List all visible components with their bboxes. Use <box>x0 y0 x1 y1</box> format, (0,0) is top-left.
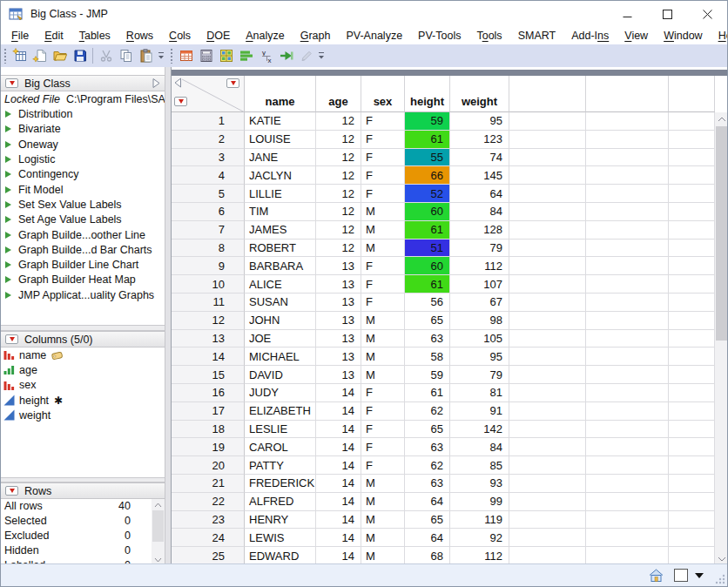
cell-age[interactable]: 12 <box>316 203 361 221</box>
menu-item-view[interactable]: View <box>617 28 656 44</box>
home-window-icon[interactable] <box>648 568 664 583</box>
cell-height[interactable]: 60 <box>405 257 450 275</box>
row-number[interactable]: 15 <box>172 366 245 384</box>
cell-sex[interactable]: F <box>361 166 405 185</box>
cell-sex[interactable]: M <box>361 493 405 511</box>
script-item-set-age-value-labels[interactable]: Set Age Value Labels <box>1 213 165 227</box>
cell-weight[interactable]: 79 <box>450 240 509 258</box>
cell-name[interactable]: ALICE <box>245 275 316 294</box>
row-number[interactable]: 3 <box>172 149 245 167</box>
script-item-logistic[interactable]: Logistic <box>1 152 165 166</box>
row-number[interactable]: 5 <box>172 185 245 203</box>
cell-weight[interactable]: 64 <box>450 185 509 203</box>
cell-age[interactable]: 12 <box>316 240 361 258</box>
cell-age[interactable]: 13 <box>316 312 361 330</box>
maximize-button[interactable] <box>647 1 687 27</box>
row-number[interactable]: 16 <box>172 384 245 402</box>
cell-age[interactable]: 13 <box>316 275 361 294</box>
cell-height[interactable]: 62 <box>405 456 450 475</box>
script-item-graph-builder-line-chart[interactable]: Graph Builder Line Chart <box>1 257 165 272</box>
cell-sex[interactable]: F <box>361 456 405 475</box>
menu-item-analyze[interactable]: Analyze <box>238 28 292 44</box>
cell-name[interactable]: ELIZABETH <box>245 402 316 421</box>
row-number[interactable]: 4 <box>172 166 245 185</box>
cell-age[interactable]: 12 <box>316 149 361 167</box>
row-number[interactable]: 24 <box>172 529 245 547</box>
sidebar-splitter[interactable] <box>165 67 172 565</box>
script-item-set-sex-value-labels[interactable]: Set Sex Value Labels <box>1 197 165 212</box>
cell-name[interactable]: LOUISE <box>245 131 316 149</box>
cell-height[interactable]: 65 <box>405 421 450 439</box>
cell-age[interactable]: 14 <box>316 384 361 402</box>
cell-name[interactable]: EDWARD <box>245 547 316 565</box>
red-triangle-menu-icon[interactable] <box>5 78 18 88</box>
cell-height[interactable]: 55 <box>405 149 450 167</box>
column-header-sex[interactable]: sex <box>361 76 405 112</box>
row-number[interactable]: 11 <box>172 294 245 312</box>
cell-sex[interactable]: F <box>361 275 405 294</box>
cell-name[interactable]: KATIE <box>245 112 316 131</box>
cell-sex[interactable]: F <box>361 438 405 456</box>
column-header-name[interactable]: name <box>245 76 316 112</box>
menu-item-file[interactable]: File <box>3 28 37 44</box>
cell-weight[interactable]: 85 <box>450 456 509 475</box>
formula-icon[interactable] <box>196 46 216 65</box>
menu-item-help[interactable]: Help <box>711 28 728 44</box>
cell-name[interactable]: MICHAEL <box>245 347 316 366</box>
cell-name[interactable]: JUDY <box>245 384 316 402</box>
cell-name[interactable]: HENRY <box>245 511 316 530</box>
cell-sex[interactable]: F <box>361 294 405 312</box>
panel-expand-icon[interactable] <box>152 78 161 89</box>
cell-weight[interactable]: 98 <box>450 312 509 330</box>
cell-name[interactable]: ROBERT <box>245 240 316 258</box>
cell-height[interactable]: 61 <box>405 275 450 294</box>
collapse-left-icon[interactable] <box>173 78 182 88</box>
cell-height[interactable]: 61 <box>405 384 450 402</box>
row-number[interactable]: 17 <box>172 402 245 421</box>
cell-weight[interactable]: 107 <box>450 275 509 294</box>
row-stat-hidden[interactable]: Hidden0 <box>1 543 152 558</box>
cell-height[interactable]: 63 <box>405 475 450 493</box>
columns-panel-header[interactable]: Columns (5/0) <box>1 331 165 347</box>
caret-down-icon[interactable] <box>695 573 704 578</box>
cell-age[interactable]: 13 <box>316 347 361 366</box>
cell-sex[interactable]: F <box>361 149 405 167</box>
column-header-age[interactable]: age <box>316 76 361 112</box>
cell-height[interactable]: 62 <box>405 402 450 421</box>
cell-sex[interactable]: M <box>361 221 405 240</box>
save-icon[interactable] <box>70 46 90 65</box>
cell-height[interactable]: 65 <box>405 511 450 530</box>
cell-name[interactable]: JACLYN <box>245 166 316 185</box>
cell-weight[interactable]: 112 <box>450 547 509 565</box>
cell-weight[interactable]: 105 <box>450 330 509 348</box>
row-number[interactable]: 6 <box>172 203 245 221</box>
script-item-graph-builder-heat-map[interactable]: Graph Builder Heat Map <box>1 273 165 287</box>
row-number[interactable]: 9 <box>172 257 245 275</box>
cell-age[interactable]: 14 <box>316 475 361 493</box>
cell-sex[interactable]: M <box>361 347 405 366</box>
edit-script-icon[interactable] <box>296 46 316 65</box>
split-table-icon[interactable] <box>216 46 236 65</box>
row-number[interactable]: 23 <box>172 511 245 530</box>
cell-weight[interactable]: 79 <box>450 366 509 384</box>
cell-sex[interactable]: M <box>361 312 405 330</box>
menu-item-rows[interactable]: Rows <box>118 28 161 44</box>
column-header-weight[interactable]: weight <box>450 76 509 112</box>
cell-name[interactable]: TIM <box>245 203 316 221</box>
row-number[interactable]: 10 <box>172 275 245 294</box>
menu-item-doe[interactable]: DOE <box>199 28 238 44</box>
row-number[interactable]: 1 <box>172 112 245 131</box>
menu-item-window[interactable]: Window <box>656 28 710 44</box>
cell-sex[interactable]: M <box>361 511 405 530</box>
cell-age[interactable]: 12 <box>316 112 361 131</box>
cell-height[interactable]: 61 <box>405 221 450 240</box>
cell-height[interactable]: 61 <box>405 131 450 149</box>
column-item-weight[interactable]: weight <box>1 408 165 422</box>
cell-name[interactable]: BARBARA <box>245 257 316 275</box>
cut-icon[interactable] <box>96 46 116 65</box>
cell-name[interactable]: DAVID <box>245 366 316 384</box>
cell-height[interactable]: 51 <box>405 240 450 258</box>
cell-weight[interactable]: 84 <box>450 203 509 221</box>
cell-name[interactable]: SUSAN <box>245 294 316 312</box>
cell-age[interactable]: 14 <box>316 438 361 456</box>
